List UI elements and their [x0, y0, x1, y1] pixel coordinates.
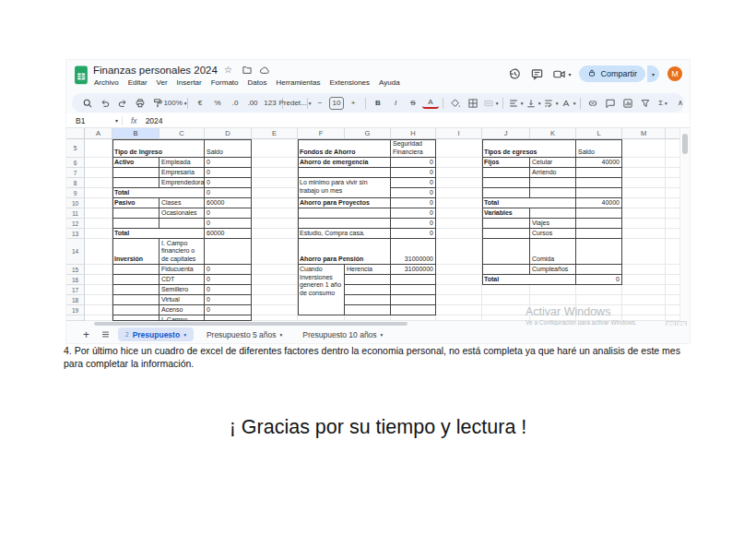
cell-K6[interactable]: Celular [530, 158, 576, 168]
percent-format-button[interactable]: % [209, 95, 226, 111]
decrease-font-size-button[interactable]: − [312, 95, 328, 111]
cell-G19[interactable] [345, 305, 391, 315]
cell-D17[interactable]: 0 [205, 285, 252, 295]
cell-N19[interactable] [666, 305, 680, 315]
row-header-8[interactable]: 8 [66, 178, 85, 188]
cell-M6[interactable] [622, 158, 666, 168]
cell-N10[interactable] [666, 198, 680, 208]
column-header-I[interactable]: I [436, 128, 482, 139]
cell-N15[interactable] [666, 265, 680, 275]
cell-J6[interactable]: Fijos [482, 158, 530, 168]
cell-M9[interactable] [622, 188, 666, 198]
cell-F10[interactable]: Ahorro para Proyectos [298, 198, 391, 208]
cell-D9[interactable]: 0 [205, 188, 252, 198]
cell-E20[interactable] [252, 315, 298, 321]
cell-B9[interactable]: Total [112, 188, 205, 198]
borders-button[interactable] [465, 95, 481, 111]
cell-L19[interactable] [576, 305, 622, 315]
cell-J13[interactable] [482, 229, 530, 239]
cell-E9[interactable] [252, 188, 298, 198]
cell-M19[interactable] [622, 305, 666, 315]
menu-editar[interactable]: Editar [126, 77, 149, 88]
cell-J8[interactable] [482, 178, 530, 188]
cell-I20[interactable] [436, 315, 482, 321]
cell-B20[interactable] [112, 315, 159, 321]
menu-herramientas[interactable]: Herramientas [274, 77, 322, 88]
menu-formato[interactable]: Formato [209, 77, 241, 88]
column-header-C[interactable]: C [159, 128, 205, 139]
tab-presupuesto-5-años[interactable]: Presupuesto 5 años▾ [199, 327, 289, 341]
cell-H10[interactable]: 0 [391, 198, 436, 208]
cell-C20[interactable]: I. Campo Inmobiliario [159, 315, 205, 321]
cell-B19[interactable] [112, 305, 159, 315]
name-box[interactable]: B1 ▾ [66, 116, 118, 125]
menu-insertar[interactable]: Insertar [175, 77, 204, 88]
cell-F6[interactable]: Ahorro de emergencia [298, 158, 391, 168]
cell-I16[interactable] [436, 275, 482, 285]
share-button[interactable]: Compartir [579, 65, 645, 82]
column-header-B[interactable]: B [112, 128, 159, 139]
column-header-D[interactable]: D [205, 128, 252, 139]
cell-B10[interactable]: Pasivo [112, 198, 159, 208]
cell-D5[interactable]: Saldo [205, 139, 252, 158]
cell-C18[interactable]: Virtual [159, 295, 205, 305]
redo-button[interactable] [114, 95, 131, 111]
cell-D15[interactable]: 0 [205, 265, 252, 275]
cell-I18[interactable] [436, 295, 482, 305]
cell-A7[interactable] [85, 168, 112, 178]
cell-E12[interactable] [252, 219, 298, 229]
cell-C15[interactable]: Fiducuenta [159, 265, 205, 275]
cell-F7[interactable] [298, 168, 391, 178]
cell-I10[interactable] [436, 198, 482, 208]
cell-J12[interactable] [482, 219, 530, 229]
cell-H15[interactable]: 31000000 [391, 265, 436, 275]
column-header-A[interactable]: A [85, 128, 112, 139]
row-header-9[interactable]: 9 [66, 188, 85, 198]
cell-D16[interactable]: 0 [205, 275, 252, 285]
currency-format-button[interactable]: € [192, 95, 208, 111]
cell-L8[interactable] [576, 178, 622, 188]
functions-button[interactable]: Σ▾ [655, 95, 671, 111]
cell-H16[interactable] [391, 275, 436, 285]
cell-H14[interactable]: 31000000 [391, 239, 436, 265]
text-wrap-button[interactable]: ▾ [542, 95, 559, 111]
column-header-E[interactable]: E [252, 128, 298, 139]
row-header-6[interactable]: 6 [66, 158, 85, 168]
cell-K9[interactable] [530, 188, 576, 198]
cell-G17[interactable] [345, 285, 391, 295]
undo-button[interactable] [97, 95, 113, 111]
insert-link-button[interactable] [585, 95, 601, 111]
cell-H12[interactable]: 0 [391, 219, 436, 229]
cell-A17[interactable] [85, 285, 112, 295]
cell-J7[interactable] [482, 168, 530, 178]
cell-M17[interactable] [622, 285, 666, 295]
cell-K8[interactable] [530, 178, 576, 188]
share-dropdown-button[interactable]: ▾ [646, 65, 659, 82]
menu-ver[interactable]: Ver [155, 77, 170, 88]
cell-L9[interactable] [576, 188, 622, 198]
cell-N5[interactable] [666, 139, 680, 158]
cell-E6[interactable] [252, 158, 298, 168]
row-header-17[interactable]: 17 [66, 285, 85, 295]
cell-I11[interactable] [436, 208, 482, 219]
cell-L14[interactable] [576, 239, 622, 265]
cell-A19[interactable] [85, 305, 112, 315]
cell-F13[interactable]: Estudio, Compra casa. [298, 229, 391, 239]
row-header-20[interactable] [66, 315, 85, 321]
cell-M5[interactable] [622, 139, 666, 158]
cell-B12[interactable] [112, 219, 159, 229]
merge-cells-button[interactable]: ▾ [482, 95, 499, 111]
cell-I8[interactable] [436, 178, 482, 188]
cell-J14[interactable] [482, 239, 530, 265]
vertical-scrollbar-thumb[interactable] [682, 134, 688, 154]
cell-B11[interactable] [112, 208, 159, 219]
cell-M7[interactable] [622, 168, 666, 178]
cell-B8[interactable] [112, 178, 159, 188]
cell-A9[interactable] [85, 188, 112, 198]
move-folder-icon[interactable] [242, 65, 253, 76]
cell-B6[interactable]: Activo [112, 158, 159, 168]
cell-H8[interactable]: 0 [391, 178, 436, 188]
cell-M11[interactable] [622, 208, 666, 219]
cell-A16[interactable] [85, 275, 112, 285]
horizontal-align-button[interactable]: ▾ [507, 95, 524, 111]
